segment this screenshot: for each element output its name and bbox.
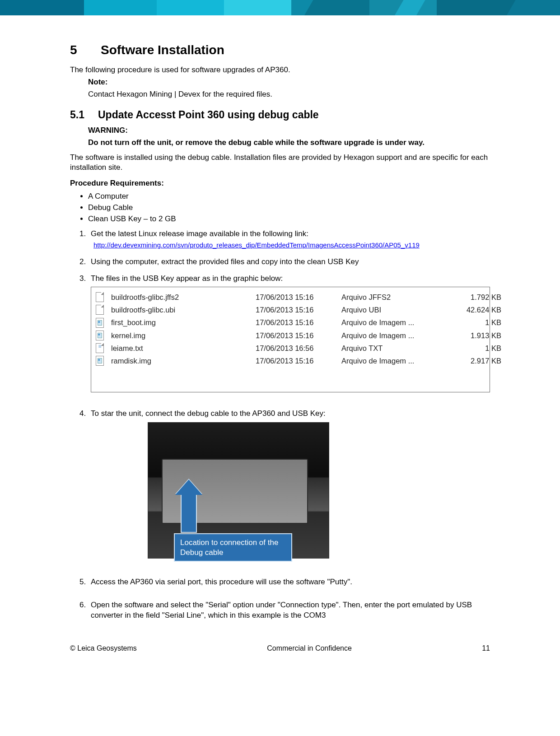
file-date: 17/06/2013 15:16 — [256, 317, 341, 327]
file-size: 1 KB — [445, 343, 504, 353]
step-4: To star the unit, connect the debug cabl… — [88, 409, 490, 562]
file-type: Arquivo JFFS2 — [341, 292, 445, 302]
step-text: Access the AP360 via serial port, this p… — [91, 578, 352, 586]
step-6: Open the software and select the "Serial… — [88, 600, 490, 621]
file-date: 17/06/2013 15:16 — [256, 305, 341, 315]
file-icon — [96, 305, 104, 315]
file-name: buildrootfs-glibc.ubi — [111, 305, 256, 315]
requirement-item: A Computer — [88, 191, 490, 202]
file-size: 1.913 KB — [445, 331, 504, 340]
release-link[interactable]: http://dev.devexmining.com/svn/produto_r… — [93, 241, 420, 249]
file-name: kernel.img — [111, 331, 256, 340]
step-text: To star the unit, connect the debug cabl… — [91, 409, 326, 418]
file-listing: buildrootfs-glibc.jffs2 17/06/2013 15:16… — [91, 287, 490, 392]
requirements-list: A Computer Debug Cable Clean USB Key – t… — [70, 191, 490, 224]
requirement-item: Clean USB Key – to 2 GB — [88, 214, 490, 224]
file-row: buildrootfs-glibc.jffs2 17/06/2013 15:16… — [91, 291, 490, 303]
subsection-title: Update Accesst Point 360 using debug cab… — [98, 109, 319, 121]
file-row: leiame.txt 17/06/2013 16:56 Arquivo TXT … — [91, 342, 490, 354]
subsection-heading: 5.1Update Accesst Point 360 using debug … — [70, 108, 490, 122]
step-text: Open the software and select the "Serial… — [91, 601, 472, 620]
file-date: 17/06/2013 16:56 — [256, 343, 341, 353]
subsection-number: 5.1 — [70, 108, 98, 122]
file-icon — [96, 292, 104, 302]
text-file-icon — [96, 343, 104, 353]
file-date: 17/06/2013 15:16 — [256, 331, 341, 340]
requirements-label: Procedure Requirements: — [70, 178, 490, 189]
section-title: Software Installation — [101, 43, 224, 57]
file-size: 1.792 KB — [445, 292, 504, 302]
file-row: ramdisk.img 17/06/2013 15:16 Arquivo de … — [91, 354, 490, 367]
step-text: Get the latest Linux release image avail… — [91, 229, 308, 238]
step-text: Using the computer, extract the provided… — [91, 257, 359, 266]
note-label: Note: — [88, 77, 490, 88]
file-row: first_boot.img 17/06/2013 15:16 Arquivo … — [91, 316, 490, 329]
file-name: buildrootfs-glibc.jffs2 — [111, 292, 256, 302]
file-type: Arquivo TXT — [341, 343, 445, 353]
file-type: Arquivo de Imagem ... — [341, 356, 445, 366]
page-footer: © Leica Geosystems Commercial in Confide… — [0, 627, 560, 667]
step-2: Using the computer, extract the provided… — [88, 257, 490, 267]
file-type: Arquivo de Imagem ... — [341, 317, 445, 327]
step-3: The files in the USB Key appear as in th… — [88, 274, 490, 392]
warning-label: WARNING: — [88, 126, 490, 136]
image-file-icon — [96, 356, 104, 366]
footer-copyright: © Leica Geosystems — [70, 643, 137, 653]
file-row: buildrootfs-glibc.ubi 17/06/2013 15:16 A… — [91, 303, 490, 316]
file-size: 1 KB — [445, 317, 504, 327]
procedure-steps: Get the latest Linux release image avail… — [70, 229, 490, 621]
requirement-item: Debug Cable — [88, 203, 490, 213]
image-file-icon — [96, 318, 104, 328]
section-heading: 5Software Installation — [70, 42, 490, 59]
footer-page-number: 11 — [482, 643, 490, 653]
intro-text: The following procedure is used for soft… — [70, 65, 490, 75]
step-text: The files in the USB Key appear as in th… — [91, 274, 283, 283]
file-size: 2.917 KB — [445, 356, 504, 366]
file-name: leiame.txt — [111, 343, 256, 353]
body-paragraph: The software is installed using the debu… — [70, 153, 490, 173]
header-banner — [0, 0, 560, 15]
file-name: ramdisk.img — [111, 356, 256, 366]
file-name: first_boot.img — [111, 317, 256, 327]
footer-classification: Commercial in Confidence — [267, 643, 352, 653]
file-row: kernel.img 17/06/2013 15:16 Arquivo de I… — [91, 329, 490, 342]
file-size: 42.624 KB — [445, 305, 504, 315]
file-type: Arquivo de Imagem ... — [341, 331, 445, 340]
file-date: 17/06/2013 15:16 — [256, 356, 341, 366]
step-1: Get the latest Linux release image avail… — [88, 229, 490, 251]
arrow-up-icon — [181, 492, 197, 533]
step-5: Access the AP360 via serial port, this p… — [88, 577, 490, 587]
note-text: Contact Hexagon Mining | Devex for the r… — [88, 89, 490, 100]
section-number: 5 — [70, 42, 101, 59]
warning-text: Do not turn off the unit, or remove the … — [88, 138, 490, 148]
photo-callout: Location to connection of the Debug cabl… — [174, 533, 292, 562]
file-date: 17/06/2013 15:16 — [256, 292, 341, 302]
file-type: Arquivo UBI — [341, 305, 445, 315]
image-file-icon — [96, 331, 104, 340]
